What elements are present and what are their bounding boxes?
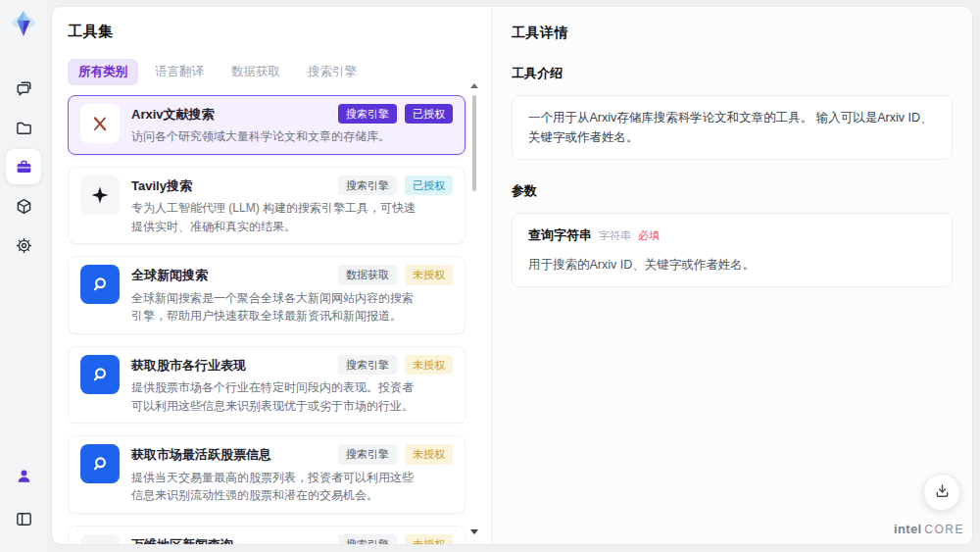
toolbox-icon[interactable] [6, 149, 41, 184]
app-logo-icon [8, 8, 39, 39]
scrollbar-thumb[interactable] [472, 95, 476, 191]
tool-desc: 提供当天交易量最高的股票列表，投资者可以利用这些信息来识别流动性强的股票和潜在的… [131, 469, 421, 505]
brand-word-1: intel [894, 522, 921, 536]
intro-heading: 工具介绍 [512, 65, 953, 82]
tool-card[interactable]: Tavily搜索搜索引擎已授权专为人工智能代理 (LLM) 构建的搜索引擎工具，… [68, 167, 466, 244]
user-icon[interactable] [6, 458, 41, 493]
detail-title: 工具详情 [512, 25, 953, 42]
category-badge: 搜索引擎 [338, 534, 397, 545]
auth-status-badge: 已授权 [405, 104, 453, 124]
category-badge: 数据获取 [338, 265, 397, 284]
arxiv-icon [80, 104, 120, 143]
tool-card[interactable]: 获取市场最活跃股票信息搜索引擎未授权提供当天交易量最高的股票列表，投资者可以利用… [68, 435, 466, 513]
params-heading: 参数 [512, 182, 953, 200]
search-blue-icon [80, 444, 120, 483]
auth-status-badge: 未授权 [405, 444, 453, 464]
auth-status-badge: 未授权 [405, 355, 453, 375]
scroll-down-arrow[interactable] [470, 529, 478, 534]
param-name: 查询字符串 [528, 226, 592, 246]
folder-icon[interactable] [6, 110, 41, 145]
auth-status-badge: 未授权 [405, 265, 453, 284]
search-blue-icon [80, 265, 120, 304]
scroll-up-arrow[interactable] [470, 83, 478, 88]
page-title: 工具集 [68, 23, 491, 41]
tool-desc: 提供股票市场各个行业在特定时间段内的表现。投资者可以利用这些信息来识别表现优于或… [131, 378, 421, 415]
category-badge: 搜索引擎 [338, 104, 397, 124]
tool-card[interactable]: Arxiv文献搜索搜索引擎已授权访问各个研究领域大量科学论文和文章的存储库。 [68, 95, 466, 155]
download-button[interactable] [923, 474, 960, 511]
tool-detail-panel: 工具详情 工具介绍 一个用于从Arxiv存储库搜索科学论文和文章的工具。 输入可… [492, 7, 972, 544]
tool-desc: 访问各个研究领域大量科学论文和文章的存储库。 [131, 127, 421, 146]
tab-数据获取[interactable]: 数据获取 [220, 59, 291, 85]
tool-card[interactable]: 全球新闻搜索数据获取未授权全球新闻搜索是一个聚合全球各大新闻网站内容的搜索引擎，… [68, 256, 466, 333]
category-badge: 搜索引擎 [338, 355, 397, 375]
tool-desc: 专为人工智能代理 (LLM) 构建的搜索引擎工具，可快速提供实时、准确和真实的结… [131, 199, 421, 235]
intro-box: 一个用于从Arxiv存储库搜索科学论文和文章的工具。 输入可以是Arxiv ID… [512, 95, 953, 160]
auth-status-badge: 未授权 [405, 534, 453, 545]
param-type: 字符串 [599, 227, 631, 245]
tool-card[interactable]: 万维地区新闻查询搜索引擎未授权查询具体行政区划内的新闻，快速了解各地新闻动 [68, 526, 466, 545]
tool-name: 获取市场最活跃股票信息 [131, 444, 330, 464]
param-required-badge: 必填 [638, 227, 660, 245]
param-box: 查询字符串 字符串 必填 用于搜索的Arxiv ID、关键字或作者姓名。 [512, 213, 953, 287]
category-tabs: 所有类别语言翻译数据获取搜索引擎 [68, 59, 491, 85]
tool-name: Tavily搜索 [131, 176, 330, 195]
tool-name: 万维地区新闻查询 [131, 534, 330, 545]
tool-card[interactable]: 获取股市各行业表现搜索引擎未授权提供股票市场各个行业在特定时间段内的表现。投资者… [68, 346, 466, 424]
left-sidebar [0, 0, 47, 552]
tool-name: Arxiv文献搜索 [131, 104, 330, 124]
category-badge: 搜索引擎 [338, 176, 397, 195]
chat-icon[interactable] [6, 71, 41, 106]
tool-list-panel: 工具集 所有类别语言翻译数据获取搜索引擎 Arxiv文献搜索搜索引擎已授权访问各… [52, 7, 491, 544]
cube-icon[interactable] [6, 188, 41, 224]
panel-toggle-icon[interactable] [6, 501, 41, 536]
tool-name: 全球新闻搜索 [131, 265, 330, 284]
tool-desc: 全球新闻搜索是一个聚合全球各大新闻网站内容的搜索引擎，帮助用户快速获取全球最新资… [131, 289, 421, 326]
main-window: 工具集 所有类别语言翻译数据获取搜索引擎 Arxiv文献搜索搜索引擎已授权访问各… [51, 6, 973, 545]
search-blue-icon [80, 355, 120, 394]
sidebar-nav [6, 67, 41, 267]
brand-word-2: core [924, 523, 964, 536]
tool-name: 获取股市各行业表现 [131, 355, 330, 375]
tavily-icon [80, 176, 120, 215]
gear-icon[interactable] [6, 227, 41, 263]
auth-status-badge: 已授权 [405, 176, 453, 195]
tab-语言翻译[interactable]: 语言翻译 [144, 59, 215, 85]
param-desc: 用于搜索的Arxiv ID、关键字或作者姓名。 [528, 255, 936, 275]
list-scrollbar[interactable] [470, 83, 478, 534]
category-badge: 搜索引擎 [338, 444, 397, 464]
download-icon [934, 482, 951, 503]
intel-core-logo: intel core [894, 522, 964, 536]
intro-text: 一个用于从Arxiv存储库搜索科学论文和文章的工具。 输入可以是Arxiv ID… [528, 111, 933, 144]
building-icon [80, 534, 120, 545]
tab-搜索引擎[interactable]: 搜索引擎 [297, 59, 368, 85]
tab-所有类别[interactable]: 所有类别 [68, 59, 138, 85]
tool-list: Arxiv文献搜索搜索引擎已授权访问各个研究领域大量科学论文和文章的存储库。Ta… [68, 95, 491, 545]
